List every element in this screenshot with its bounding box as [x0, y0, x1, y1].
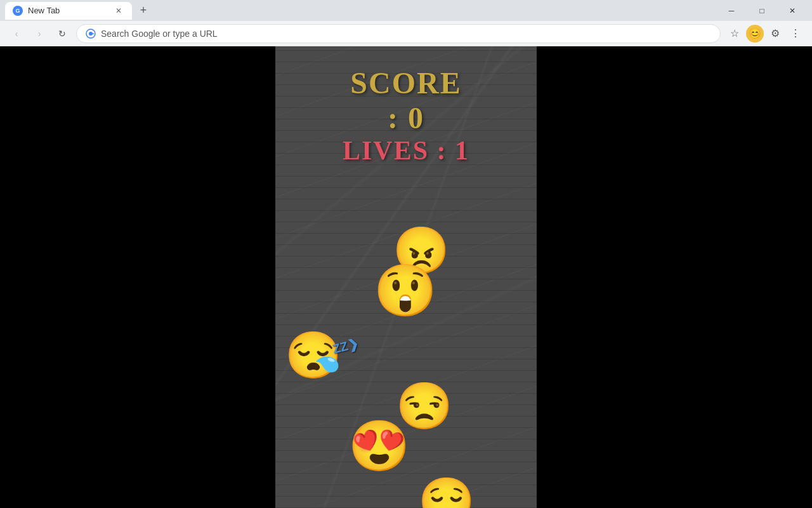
sleeping-emoji[interactable]: 😪	[285, 332, 342, 378]
tab-favicon: G	[13, 6, 23, 16]
url-text: Search Google or type a URL	[101, 29, 712, 39]
toolbar-icons: ☆ 😊 ⚙ ⋮	[726, 25, 804, 43]
bookmark-icon[interactable]: ☆	[726, 25, 743, 43]
new-tab-button[interactable]: +	[134, 2, 152, 20]
right-black-area	[537, 46, 812, 508]
heart-eyes-emoji[interactable]: 😍	[348, 421, 410, 471]
game-area[interactable]: SCORE : 0 LIVES : 1 😠 😲 😪 ZZ❯ 😒 😍 😌	[275, 46, 537, 508]
url-bar[interactable]: Search Google or type a URL	[76, 24, 721, 43]
svg-point-1	[89, 32, 93, 36]
browser-frame: G New Tab ✕ + ─ □ ✕ ‹ › ↻ Search Google …	[0, 0, 812, 508]
tab-close-button[interactable]: ✕	[113, 5, 124, 17]
back-button[interactable]: ‹	[8, 25, 25, 43]
close-button[interactable]: ✕	[778, 0, 807, 21]
lives-text: LIVES : 1	[341, 135, 471, 166]
browser-tab[interactable]: G New Tab ✕	[5, 2, 132, 20]
menu-icon[interactable]: ⋮	[787, 25, 804, 43]
score-text: SCORE : 0	[341, 65, 471, 135]
address-bar: ‹ › ↻ Search Google or type a URL ☆ 😊 ⚙ …	[0, 21, 812, 46]
left-black-area	[0, 46, 275, 508]
relieved-emoji[interactable]: 😌	[418, 478, 475, 508]
minimize-button[interactable]: ─	[717, 0, 746, 21]
tab-title: New Tab	[28, 6, 108, 15]
score-display: SCORE : 0 LIVES : 1	[341, 65, 471, 166]
page-content: SCORE : 0 LIVES : 1 😠 😲 😪 ZZ❯ 😒 😍 😌	[0, 46, 812, 508]
google-logo	[84, 27, 97, 40]
forward-button[interactable]: ›	[30, 25, 48, 43]
user-avatar[interactable]: 😊	[746, 25, 764, 43]
title-bar: G New Tab ✕ + ─ □ ✕	[0, 0, 812, 21]
maximize-button[interactable]: □	[747, 0, 776, 21]
window-controls: ─ □ ✕	[717, 0, 807, 21]
surprised-emoji[interactable]: 😲	[374, 265, 437, 316]
reload-button[interactable]: ↻	[53, 25, 71, 43]
extensions-icon[interactable]: ⚙	[766, 25, 784, 43]
